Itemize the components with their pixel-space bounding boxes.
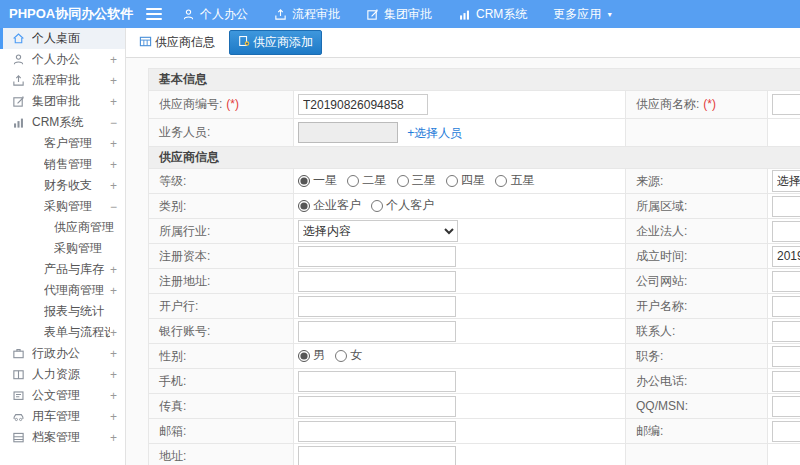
field-label: 业务人员: [159, 125, 210, 139]
registered-capital-input[interactable] [298, 246, 456, 267]
home-icon [12, 32, 25, 45]
founded-date-input[interactable] [772, 246, 800, 267]
sidebar-item-vehicle-mgmt[interactable]: 用车管理 + [0, 406, 125, 427]
expand-indicator: + [110, 263, 117, 277]
table-row: 传真: QQ/MSN: [149, 394, 800, 419]
sidebar-item-label: 行政办公 [32, 345, 110, 362]
supplier-name-input[interactable] [772, 94, 800, 115]
table-row: 地址: [149, 444, 800, 465]
level-radio-option[interactable]: 五星 [495, 172, 534, 189]
sidebar-item-sales-mgmt[interactable]: 销售管理 + [0, 154, 125, 175]
expand-indicator: + [110, 431, 117, 445]
sidebar-item-form-workflow-settings[interactable]: 表单与流程设置 + [0, 322, 125, 343]
briefcase-icon [12, 347, 25, 360]
field-label: 联系人: [636, 324, 675, 338]
staff-input[interactable] [298, 122, 398, 143]
level-radio-option[interactable]: 三星 [397, 172, 436, 189]
bank-account-input[interactable] [298, 321, 456, 342]
sidebar-item-purchase-mgmt-sub[interactable]: 采购管理 [0, 238, 125, 259]
sidebar-item-label: 公文管理 [32, 387, 110, 404]
table-row: 注册资本: 成立时间: [149, 244, 800, 269]
level-radio-option[interactable]: 二星 [347, 172, 386, 189]
sidebar-item-label: 代理商管理 [44, 282, 110, 299]
expand-indicator: + [110, 95, 117, 109]
radio-label: 四星 [461, 172, 485, 189]
table-row: 邮箱: 邮编: [149, 419, 800, 444]
supplier-code-input[interactable] [298, 94, 428, 115]
sidebar-item-document-mgmt[interactable]: 公文管理 + [0, 385, 125, 406]
radio-label: 一星 [313, 172, 337, 189]
expand-indicator: + [110, 410, 117, 424]
tab-supplier-add[interactable]: 供应商添加 [229, 30, 322, 55]
email-input[interactable] [298, 421, 456, 442]
radio-label: 个人客户 [386, 197, 434, 214]
address-input[interactable] [298, 446, 456, 465]
website-input[interactable] [772, 271, 800, 292]
radio-label: 企业客户 [313, 197, 361, 214]
topnav-more-apps[interactable]: 更多应用 [553, 6, 613, 23]
field-label: QQ/MSN: [636, 399, 688, 413]
category-radio-option[interactable]: 企业客户 [298, 197, 361, 214]
region-input[interactable] [772, 196, 800, 217]
source-select[interactable]: 选择内容 [772, 170, 800, 192]
hamburger-menu-icon[interactable] [146, 8, 162, 20]
sidebar-item-finance[interactable]: 财务收支 + [0, 175, 125, 196]
contact-input[interactable] [772, 321, 800, 342]
id-card-icon [12, 368, 25, 381]
field-label: 供应商编号: [159, 97, 222, 111]
registered-address-input[interactable] [298, 271, 456, 292]
sidebar-item-hr[interactable]: 人力资源 + [0, 364, 125, 385]
sidebar-item-workflow-approval[interactable]: 流程审批 + [0, 70, 125, 91]
topnav-group-approval[interactable]: 集团审批 [366, 6, 432, 23]
sidebar-item-purchase-mgmt[interactable]: 采购管理 − [0, 196, 125, 217]
qq-msn-input[interactable] [772, 396, 800, 417]
add-form-icon [238, 35, 250, 50]
industry-select[interactable]: 选择内容 [298, 220, 458, 242]
expand-indicator: + [110, 284, 117, 298]
sidebar-item-admin-office[interactable]: 行政办公 + [0, 343, 125, 364]
expand-indicator: + [110, 137, 117, 151]
sidebar-item-label: 流程审批 [32, 72, 110, 89]
sidebar-item-label: 个人桌面 [32, 30, 117, 47]
radio-label: 女 [350, 347, 362, 364]
table-row: 等级: 一星 二星 三星 四星 五星 来源: 选择内容 [149, 169, 800, 194]
table-row: 业务人员: +选择人员 [149, 119, 800, 147]
field-label: 注册地址: [159, 274, 210, 288]
sidebar-item-reports-stats[interactable]: 报表与统计 [0, 301, 125, 322]
radio-label: 五星 [510, 172, 534, 189]
sidebar-item-crm-system[interactable]: CRM系统 − [0, 112, 125, 133]
fax-input[interactable] [298, 396, 456, 417]
sidebar-item-personal-office[interactable]: 个人办公 + [0, 49, 125, 70]
mobile-input[interactable] [298, 371, 456, 392]
legal-person-input[interactable] [772, 221, 800, 242]
gender-radio-option[interactable]: 男 [298, 347, 325, 364]
topnav-workflow-approval[interactable]: 流程审批 [274, 6, 340, 23]
account-name-input[interactable] [772, 296, 800, 317]
sidebar-item-customer-mgmt[interactable]: 客户管理 + [0, 133, 125, 154]
sidebar-item-archive-mgmt[interactable]: 档案管理 + [0, 427, 125, 448]
choose-staff-link[interactable]: +选择人员 [407, 126, 462, 140]
sidebar-item-group-approval[interactable]: 集团审批 + [0, 91, 125, 112]
job-title-input[interactable] [772, 346, 800, 367]
sidebar-item-supplier-mgmt[interactable]: 供应商管理 [0, 217, 125, 238]
level-radio-option[interactable]: 四星 [446, 172, 485, 189]
zip-input[interactable] [772, 421, 800, 442]
gender-radio-option[interactable]: 女 [335, 347, 362, 364]
tab-supplier-info[interactable]: 供应商信息 [133, 31, 221, 54]
office-phone-input[interactable] [772, 371, 800, 392]
field-label: 开户名称: [636, 299, 687, 313]
topnav-crm-system[interactable]: CRM系统 [458, 6, 527, 23]
category-radio-option[interactable]: 个人客户 [371, 197, 434, 214]
sidebar-item-label: 产品与库存 [44, 261, 110, 278]
sidebar-item-agent-mgmt[interactable]: 代理商管理 + [0, 280, 125, 301]
field-label: 公司网站: [636, 274, 687, 288]
sidebar-item-personal-desktop[interactable]: 个人桌面 [0, 28, 125, 49]
topnav-personal-office[interactable]: 个人办公 [182, 6, 248, 23]
field-label: 职务: [636, 349, 663, 363]
sidebar-item-product-inventory[interactable]: 产品与库存 + [0, 259, 125, 280]
bank-input[interactable] [298, 296, 456, 317]
topnav-label: 流程审批 [292, 6, 340, 23]
field-label: 地址: [159, 449, 186, 463]
sidebar-item-label: CRM系统 [32, 114, 110, 131]
level-radio-option[interactable]: 一星 [298, 172, 337, 189]
